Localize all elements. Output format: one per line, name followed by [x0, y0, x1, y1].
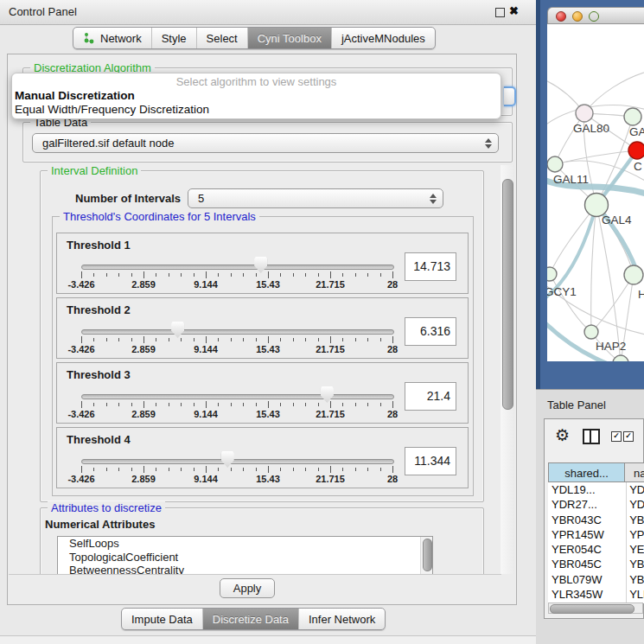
- checkbox-icon[interactable]: ✓: [611, 431, 622, 442]
- tab-jactivemnodules[interactable]: jActiveMNodules: [332, 28, 435, 48]
- slider-track[interactable]: [81, 265, 394, 270]
- network-node[interactable]: [624, 265, 643, 284]
- control-panel-titlebar: Control Panel ✖: [0, 0, 536, 25]
- threshold-value-input[interactable]: 21.4: [405, 382, 456, 411]
- minimize-traffic-light[interactable]: [572, 11, 583, 22]
- tick-mark: [131, 338, 132, 341]
- cell-shared-name: YPR145W: [548, 527, 627, 542]
- table-row[interactable]: YBR045CYBR045C: [548, 557, 644, 571]
- apply-button[interactable]: Apply: [220, 578, 275, 598]
- tick-mark: [231, 338, 232, 341]
- tick-label: -3.426: [57, 474, 105, 484]
- tick-mark: [268, 466, 269, 473]
- tick-mark: [392, 401, 393, 408]
- tick-label: 2.859: [119, 474, 168, 484]
- threshold-panel-3: Threshold 3-3.4262.8599.14415.4321.71528…: [56, 362, 469, 424]
- tick-mark: [231, 468, 232, 471]
- popup-item-equal-width[interactable]: Equal Width/Frequency Discretization: [12, 103, 501, 117]
- bottom-tab-impute-data[interactable]: Impute Data: [122, 609, 203, 629]
- scrollbar-thumb[interactable]: [423, 539, 432, 571]
- column-header-shared-name[interactable]: shared...: [548, 462, 625, 482]
- network-icon: [83, 32, 95, 44]
- threshold-panel-1: Threshold 1-3.4262.8599.14415.4321.71528…: [56, 233, 469, 294]
- tick-mark: [268, 401, 269, 408]
- panel-scrollbar[interactable]: [501, 165, 514, 574]
- network-node[interactable]: [547, 156, 563, 172]
- slider-ticks: [81, 271, 392, 279]
- cell-shared-name: YER054C: [548, 542, 627, 557]
- number-of-intervals-combobox[interactable]: 5: [188, 188, 443, 208]
- table-panel-title: Table Panel: [547, 399, 606, 411]
- checkbox-icon[interactable]: ✓: [623, 431, 634, 442]
- cell-name: YER054C: [627, 542, 644, 557]
- tick-mark: [131, 468, 132, 471]
- columns-icon[interactable]: [583, 429, 600, 444]
- bottom-tab-infer-network[interactable]: Infer Network: [299, 609, 385, 629]
- table-hscrollbar[interactable]: [548, 603, 643, 614]
- list-scrollbar[interactable]: [420, 537, 432, 575]
- table-row[interactable]: YPR145WYPR145W: [548, 527, 644, 542]
- tick-mark: [380, 273, 381, 277]
- tick-mark: [81, 401, 82, 408]
- network-node[interactable]: [628, 142, 644, 159]
- bottom-tabbar: Impute DataDiscretize DataInfer Network: [121, 608, 386, 630]
- tick-mark: [194, 338, 194, 341]
- attribute-item[interactable]: SelfLoops: [58, 537, 432, 551]
- slider-ticks: [81, 336, 392, 344]
- tick-mark: [194, 273, 194, 277]
- tab-style[interactable]: Style: [152, 28, 197, 48]
- table-row[interactable]: YBR043CYBR043C: [548, 513, 644, 527]
- bottom-tab-discretize-data[interactable]: Discretize Data: [203, 609, 299, 629]
- slider-track[interactable]: [81, 329, 394, 335]
- threshold-value-input[interactable]: 14.713: [405, 252, 456, 281]
- tab-select[interactable]: Select: [197, 28, 248, 48]
- settings-gear-icon[interactable]: ⚙: [555, 426, 570, 445]
- table-row[interactable]: YER054CYER054C: [548, 542, 644, 557]
- tick-mark: [156, 403, 156, 406]
- table-data-combobox[interactable]: galFiltered.sif default node: [32, 133, 499, 153]
- popup-item-manual-discretization[interactable]: Manual Discretization: [12, 89, 501, 103]
- threshold-value-input[interactable]: 11.344: [405, 447, 456, 475]
- tick-mark: [181, 403, 182, 406]
- attribute-item[interactable]: TopologicalCoefficient: [58, 551, 432, 564]
- network-canvas[interactable]: GAL80GACGAL11GAL4GCY1HHAP2: [547, 24, 644, 361]
- tick-mark: [181, 273, 182, 277]
- network-node[interactable]: [624, 108, 641, 125]
- network-node[interactable]: [584, 325, 598, 339]
- tick-mark: [131, 273, 132, 277]
- tab-cyni-toolbox[interactable]: Cyni Toolbox: [248, 28, 332, 48]
- table-row[interactable]: YDR27...YDR27...: [548, 497, 644, 512]
- network-node[interactable]: [613, 355, 628, 361]
- scrollbar-thumb[interactable]: [502, 179, 513, 410]
- table-row[interactable]: YBL079WYBL079W: [548, 572, 644, 587]
- tab-network[interactable]: Network: [73, 28, 152, 48]
- table-rows: YDL19...YDL19...YDR27...YDR27...YBR043CY…: [548, 482, 644, 603]
- column-header-name[interactable]: na: [625, 462, 644, 482]
- tick-mark: [81, 271, 82, 278]
- network-node[interactable]: [547, 267, 557, 281]
- attribute-item[interactable]: BetweennessCentrality: [58, 564, 432, 575]
- tick-label: 15.43: [244, 409, 292, 419]
- slider-track[interactable]: [81, 394, 394, 399]
- tick-mark: [280, 273, 281, 277]
- algorithm-combobox[interactable]: [504, 86, 516, 106]
- close-traffic-light[interactable]: [556, 11, 566, 22]
- float-window-icon[interactable]: [495, 8, 505, 17]
- zoom-traffic-light[interactable]: [589, 11, 599, 22]
- tick-mark: [106, 338, 107, 341]
- tick-mark: [218, 468, 219, 471]
- network-node[interactable]: [576, 105, 593, 122]
- close-icon[interactable]: ✖: [509, 4, 519, 17]
- threshold-label: Threshold 2: [67, 303, 131, 316]
- tick-mark: [218, 273, 219, 277]
- tick-mark: [93, 403, 94, 406]
- tick-mark: [194, 468, 194, 471]
- threshold-value-input[interactable]: 6.316: [405, 317, 456, 346]
- tick-label: -3.426: [57, 279, 105, 290]
- scrollbar-thumb[interactable]: [550, 604, 634, 614]
- slider-track[interactable]: [81, 459, 394, 464]
- tick-mark: [256, 468, 257, 471]
- tick-mark: [293, 403, 294, 406]
- table-row[interactable]: YDL19...YDL19...: [548, 482, 644, 497]
- table-row[interactable]: YLR345WYLR345W: [548, 587, 644, 602]
